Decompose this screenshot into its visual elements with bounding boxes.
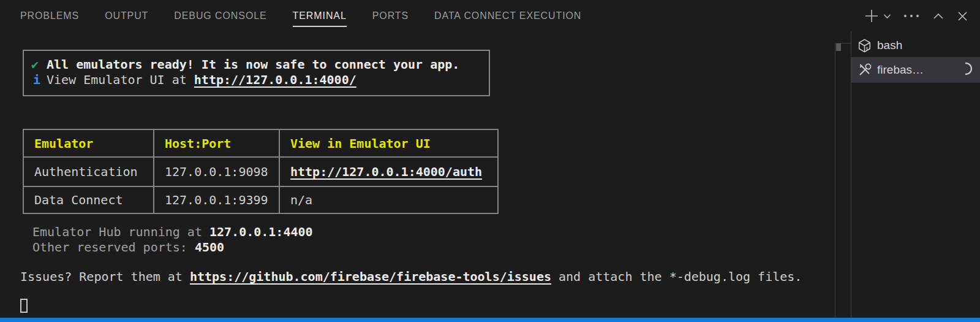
tab-terminal[interactable]: TERMINAL	[293, 10, 347, 27]
tab-output[interactable]: OUTPUT	[105, 10, 148, 26]
ellipsis-icon	[903, 14, 919, 18]
tab-debug-console[interactable]: DEBUG CONSOLE	[174, 10, 266, 26]
views-more-actions-button[interactable]	[903, 14, 919, 18]
hub-address: 127.0.0.1:4400	[209, 224, 313, 239]
scrollbar-track[interactable]	[835, 43, 835, 317]
emulators-ready-text: All emulators ready! It is now safe to c…	[47, 57, 459, 72]
emulator-hub-line: Emulator Hub running at 127.0.0.1:4400	[32, 224, 313, 240]
table-header-row: Emulator Host:Port View in Emulator UI	[23, 129, 498, 157]
emulator-ui-line: View Emulator UI at http://127.0.0.1:400…	[47, 72, 356, 88]
check-icon: ✔	[31, 57, 47, 72]
terminal-tabs-list: $ bash firebas…	[851, 34, 980, 83]
terminal-profile-dropdown-button[interactable]	[883, 13, 891, 19]
chevron-up-icon	[933, 13, 944, 20]
maximize-panel-button[interactable]	[933, 13, 944, 20]
terminal-panel: PROBLEMS OUTPUT DEBUG CONSOLE TERMINAL P…	[0, 0, 980, 322]
auth-emulator-ui-link[interactable]: http://127.0.0.1:4000/auth	[290, 164, 482, 179]
cell-host-port: 127.0.0.1:9399	[154, 186, 279, 213]
terminal-tab-label: firebas…	[877, 63, 959, 77]
issues-line: Issues? Report them at https://github.co…	[20, 269, 802, 285]
tools-icon	[857, 63, 872, 77]
close-icon	[957, 11, 968, 21]
terminal-bash-icon: $	[857, 38, 872, 53]
plus-icon	[864, 8, 880, 24]
emulators-table: Emulator Host:Port View in Emulator UI A…	[23, 129, 499, 214]
table-row: Authentication 127.0.0.1:9098 http://127…	[23, 157, 498, 186]
terminal-tab-bash[interactable]: $ bash	[851, 34, 980, 57]
terminal-cursor	[20, 299, 28, 313]
cell-emulator-name: Data Connect	[23, 186, 154, 213]
info-icon: i	[31, 72, 47, 88]
cell-host-port: 127.0.0.1:9098	[154, 157, 279, 186]
panel-actions	[864, 0, 968, 32]
emulators-ready-banner: ✔ All emulators ready! It is now safe to…	[23, 50, 490, 96]
reserved-port-value: 4500	[195, 240, 224, 255]
tab-ports[interactable]: PORTS	[372, 10, 409, 26]
cell-emulator-name: Authentication	[23, 157, 154, 186]
panel-tabbar: PROBLEMS OUTPUT DEBUG CONSOLE TERMINAL P…	[0, 0, 980, 32]
terminal-tab-firebase[interactable]: firebas…	[851, 57, 980, 83]
cell-view-ui: n/a	[279, 186, 498, 213]
tab-problems[interactable]: PROBLEMS	[20, 10, 79, 26]
panel-bottom-accent-bar	[0, 318, 980, 322]
terminal-output[interactable]: ✔ All emulators ready! It is now safe to…	[0, 32, 851, 318]
new-terminal-button[interactable]	[864, 8, 880, 24]
table-row: Data Connect 127.0.0.1:9399 n/a	[23, 186, 498, 213]
chevron-down-icon	[883, 13, 891, 19]
header-view-in-emulator-ui: View in Emulator UI	[279, 129, 498, 157]
emulator-ui-link[interactable]: http://127.0.0.1:4000/	[194, 72, 356, 87]
reserved-ports-line: Other reserved ports: 4500	[32, 240, 224, 255]
tab-data-connect-execution[interactable]: DATA CONNECT EXECUTION	[434, 10, 581, 26]
close-panel-button[interactable]	[957, 11, 968, 21]
scrollbar-thumb[interactable]	[836, 44, 841, 51]
header-emulator: Emulator	[23, 129, 154, 157]
loading-spinner-icon	[959, 62, 973, 79]
header-host-port: Host:Port	[154, 129, 279, 157]
svg-text:$: $	[865, 45, 869, 51]
terminal-tab-label: bash	[877, 39, 980, 52]
issues-link[interactable]: https://github.com/firebase/firebase-too…	[190, 269, 551, 284]
